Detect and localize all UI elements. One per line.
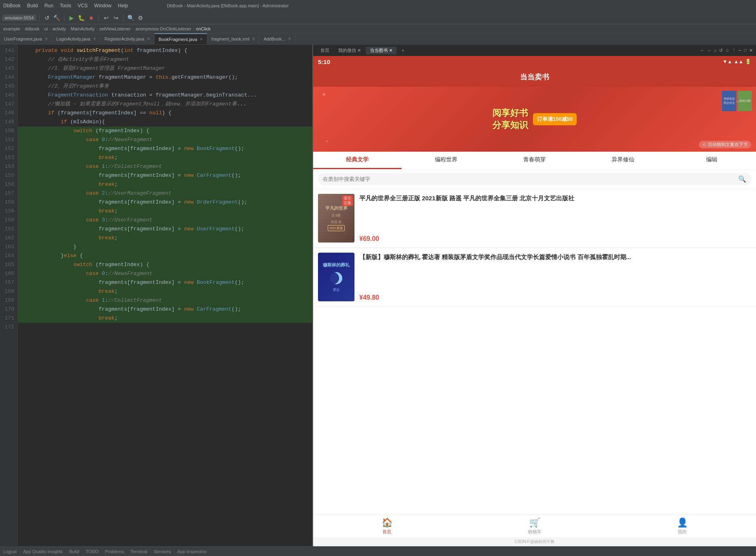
menu-tools[interactable]: Tools — [60, 3, 71, 9]
toolbar-sync[interactable]: ↺ — [43, 14, 51, 22]
nav-home[interactable]: 🏠 首页 — [313, 517, 461, 535]
browser-refresh-icon[interactable]: ↺ — [719, 48, 723, 53]
browser-back-icon[interactable]: ← — [700, 48, 704, 53]
browser-tab-wechat[interactable]: 我的微信 ✕ — [334, 47, 365, 54]
code-text[interactable]: private void switchFragment(int fragment… — [18, 45, 312, 546]
ide-statusbar: Logcat App Quality Insights Build TODO P… — [0, 546, 756, 556]
browser-forward-icon[interactable]: → — [707, 48, 711, 53]
menu-build[interactable]: Build — [27, 3, 38, 9]
emulator-selector[interactable]: emulator-5554 — [2, 15, 36, 21]
cover-title-2: 穆斯林的葬礼 — [323, 262, 350, 268]
book-title-1: 平凡的世界全三册正版 2021新版 路遥 平凡的世界全集三册 北京十月文艺出版社 — [359, 194, 751, 202]
new-tab-btn[interactable]: + — [397, 47, 408, 54]
close-icon[interactable]: ✕ — [288, 36, 291, 41]
toolbar-play[interactable]: ▶ — [68, 14, 76, 22]
statusbar-appinspection[interactable]: App Inspection — [177, 549, 207, 554]
toolbar-settings[interactable]: ⚙ — [137, 14, 145, 22]
breadcrumb-example[interactable]: example — [3, 26, 20, 31]
nav-profile[interactable]: 👤 我的 — [608, 517, 756, 535]
banner: ✦ ✦ ✦ 阅享好书 分享知识 订单满150减50 — [313, 87, 756, 152]
breadcrumb-activity[interactable]: activity — [52, 26, 66, 31]
nav-cart-label: 购物车 — [528, 529, 541, 535]
cat-tab-bianji[interactable]: 编辑 — [668, 152, 756, 169]
cover-subtitle: 全3册 — [331, 213, 341, 218]
statusbar-logcat[interactable]: Logcat — [3, 549, 17, 554]
menu-window[interactable]: Window — [94, 3, 112, 9]
browser-home-icon[interactable]: ⌂ — [714, 48, 717, 53]
toolbar-debug[interactable]: 🐛 — [77, 14, 86, 22]
close-icon[interactable]: ✕ — [749, 48, 753, 53]
tab-userfragment[interactable]: UserFragment.java ✕ — [0, 33, 52, 44]
moon-decoration — [330, 272, 342, 284]
home-icon: 🏠 — [382, 517, 393, 528]
menu-run[interactable]: Run — [44, 3, 53, 9]
banner-discount-note: ☆ 活动细则文案在下方 — [699, 141, 751, 148]
statusbar-services[interactable]: Services — [154, 549, 171, 554]
statusbar-todo[interactable]: TODO — [86, 549, 99, 554]
cat-tab-yijie[interactable]: 异界修仙 — [579, 152, 667, 169]
statusbar-problems[interactable]: Problems — [105, 549, 124, 554]
close-icon[interactable]: ✕ — [200, 37, 203, 41]
book-item[interactable]: 平凡的世界 全3册 路遥 著 2021新版 官方正版 平凡的世界全三册正版 20… — [313, 189, 756, 248]
toolbar-hammer[interactable]: 🔨 — [53, 14, 61, 22]
search-icon[interactable]: 🔍 — [738, 175, 746, 183]
statusbar-appquality[interactable]: App Quality Insights — [23, 549, 63, 554]
star-decoration3: ✦ — [325, 139, 329, 144]
close-icon[interactable]: ✕ — [147, 36, 150, 41]
statusbar-build[interactable]: Build — [69, 549, 79, 554]
official-badge: 官方正版 — [342, 195, 353, 206]
breadcrumb-anonymous[interactable]: anonymous OnClickListener — [135, 26, 191, 31]
browser-tab-dangdang[interactable]: 当当图书 ✕ — [366, 47, 397, 54]
book-cover-2: 穆斯林的葬礼 霍达 — [318, 253, 354, 301]
menu-help[interactable]: Help — [118, 3, 128, 9]
minimize-icon[interactable]: ─ — [739, 48, 742, 53]
toolbar-separator3 — [99, 14, 99, 21]
banner-book2: 线性代数 — [738, 91, 752, 111]
cat-tab-biancheng[interactable]: 编程世界 — [402, 152, 490, 169]
ide-breadcrumb: example › ddbook › ui › activity › MainA… — [0, 24, 756, 33]
browser-tab-home[interactable]: 首页 — [316, 47, 333, 54]
tab-registeractivity[interactable]: RegisterActivity.java ✕ — [101, 33, 155, 44]
tab-loginactivity[interactable]: LoginActivity.java ✕ — [52, 33, 101, 44]
browser-bookmark-icon[interactable]: ☆ — [725, 48, 729, 53]
tab-bookfragment[interactable]: BookFragment.java ✕ — [155, 33, 207, 44]
code-editor[interactable]: 141142143144 145146147148 149150151152 1… — [0, 45, 312, 546]
menu-dbbook[interactable]: DbBook — [3, 3, 21, 9]
tab-label: UserFragment.java — [4, 36, 42, 41]
maximize-icon[interactable]: □ — [744, 48, 747, 53]
cat-tab-qingchun[interactable]: 青春萌芽 — [490, 152, 579, 169]
toolbar-redo[interactable]: ↪ — [112, 14, 120, 22]
close-icon[interactable]: ✕ — [93, 36, 96, 41]
toolbar-search[interactable]: 🔍 — [127, 14, 135, 22]
cart-icon: 🛒 — [529, 517, 540, 528]
banner-promo-box[interactable]: 订单满150减50 — [533, 113, 577, 125]
close-icon[interactable]: ✕ — [45, 36, 48, 41]
book-info-1: 平凡的世界全三册正版 2021新版 路遥 平凡的世界全集三册 北京十月文艺出版社… — [359, 194, 751, 243]
toolbar-undo[interactable]: ↩ — [102, 14, 110, 22]
close-icon[interactable]: ✕ — [252, 36, 255, 41]
phone-topbar: 首页 我的微信 ✕ 当当图书 ✕ + ← → ⌂ ↺ ☆ ⋮ ─ □ ✕ — [313, 45, 756, 56]
cat-tab-jingdian[interactable]: 经典文学 — [313, 152, 402, 169]
search-input[interactable] — [323, 176, 735, 182]
menu-vcs[interactable]: VCS — [77, 3, 88, 9]
tab-label: LoginActivity.java — [56, 36, 90, 41]
breadcrumb-mainactivity[interactable]: MainActivity — [71, 26, 95, 31]
statusbar-terminal[interactable]: Terminal — [130, 549, 147, 554]
breadcrumb-onclick[interactable]: onClick — [196, 26, 210, 31]
tab-addbook[interactable]: AddBook... ✕ — [260, 33, 296, 44]
browser-controls: ← → ⌂ ↺ ☆ ⋮ ─ □ ✕ — [700, 48, 753, 53]
book-item-2[interactable]: 穆斯林的葬礼 霍达 【新版】穆斯林的葬礼 霍达著 精装版茅盾文学奖作品现当代文学… — [313, 248, 756, 307]
status-icons: ▼▲ ▲▲ 🔋 — [722, 59, 751, 64]
nav-cart[interactable]: 🛒 购物车 — [461, 517, 608, 535]
signal-icon: ▲▲ — [734, 59, 743, 64]
toolbar-stop[interactable]: ■ — [87, 14, 95, 22]
tab-fragment-book-xml[interactable]: fragment_book.xml ✕ — [207, 33, 260, 44]
battery-icon: 🔋 — [745, 59, 751, 64]
search-input-wrap[interactable]: 🔍 — [318, 173, 751, 185]
tab-label: fragment_book.xml — [211, 36, 249, 41]
breadcrumb-setviewlistener[interactable]: setViewListener — [99, 26, 131, 31]
browser-menu-icon[interactable]: ⋮ — [732, 48, 736, 53]
breadcrumb-ui[interactable]: ui — [44, 26, 48, 31]
breadcrumb-ddbook[interactable]: ddbook — [25, 26, 39, 31]
profile-icon: 👤 — [677, 517, 688, 528]
